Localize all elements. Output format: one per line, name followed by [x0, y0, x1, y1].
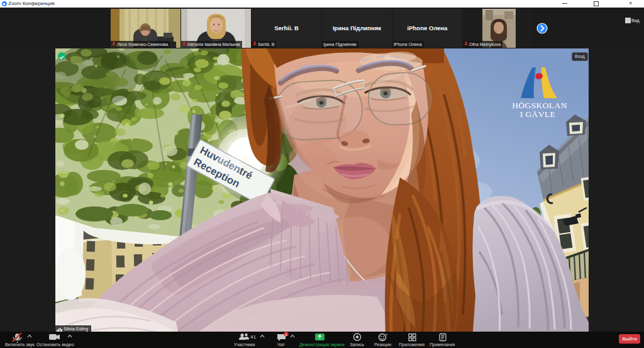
svg-text:41: 41 [250, 334, 256, 340]
svg-text:HÖGSKOLAN: HÖGSKOLAN [512, 101, 567, 110]
svg-text:I GÄVLE: I GÄVLE [520, 109, 555, 119]
svg-text:1: 1 [285, 333, 287, 337]
svg-text:+: + [386, 332, 388, 336]
